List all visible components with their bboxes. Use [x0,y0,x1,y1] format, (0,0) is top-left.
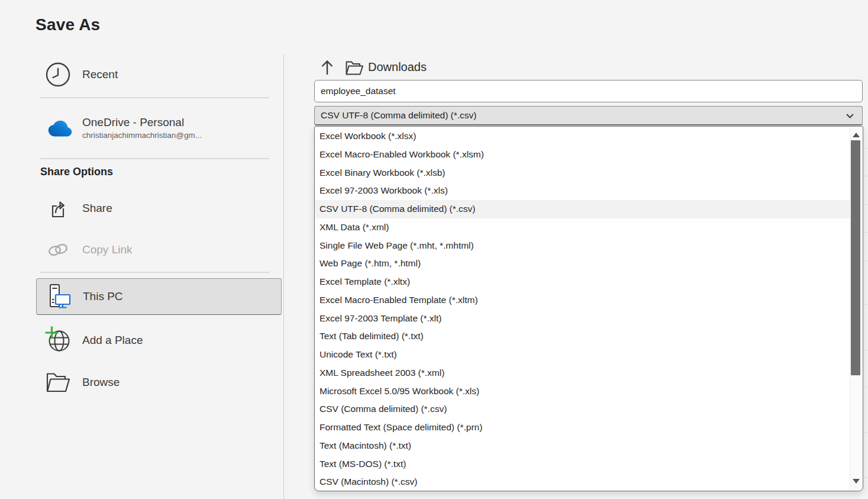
filetype-options: Excel Workbook (*.xlsx)Excel Macro-Enabl… [315,127,850,490]
filetype-option[interactable]: Excel 97-2003 Template (*.xlt) [315,310,850,328]
sidebar-item-add-a-place[interactable]: Add a Place [36,323,282,358]
background-row-line [864,148,868,149]
breadcrumb-folder[interactable]: Downloads [368,60,427,74]
background-row-line [864,432,868,433]
filename-input[interactable] [314,80,863,102]
onedrive-account-email: christianjachimmachristian@gm... [82,131,202,140]
folder-icon [345,60,364,76]
filetype-option[interactable]: Excel 97-2003 Workbook (*.xls) [315,182,850,200]
sidebar-item-label: Share [82,202,112,215]
sidebar-item-label: Recent [82,68,118,81]
add-place-icon [41,326,75,355]
filetype-option[interactable]: Web Page (*.htm, *.html) [315,255,850,273]
filetype-option[interactable]: Excel Macro-Enabled Template (*.xltm) [315,291,850,310]
separator [40,272,269,273]
background-row-line [864,477,868,478]
sidebar-item-label: Browse [82,376,120,389]
sidebar-item-this-pc[interactable]: This PC [36,278,282,315]
filetype-option[interactable]: CSV (Comma delimited) (*.csv) [315,400,850,418]
share-icon [41,197,75,220]
filetype-select[interactable]: CSV UTF-8 (Comma delimited) (*.csv) [314,106,863,125]
browse-icon [41,372,75,393]
filetype-option[interactable]: Unicode Text (*.txt) [315,346,850,364]
filetype-option[interactable]: Formatted Text (Space delimited) (*.prn) [315,418,850,437]
separator [40,158,269,159]
up-arrow-icon [320,59,334,76]
filetype-option[interactable]: Text (Tab delimited) (*.txt) [315,327,850,346]
background-row-line [864,260,868,261]
background-row-line [864,176,868,176]
sidebar-divider [283,54,284,499]
background-row-line [864,232,868,233]
sidebar-item-share[interactable]: Share [36,191,282,226]
share-options-heading: Share Options [40,166,113,178]
chevron-down-icon [846,113,854,119]
filetype-option[interactable]: XML Data (*.xml) [315,218,850,237]
clock-icon [41,62,75,88]
sidebar-item-label: Add a Place [82,334,143,347]
filetype-option[interactable]: Microsoft Excel 5.0/95 Workbook (*.xls) [315,382,850,401]
sidebar-item-copy-link: Copy Link [36,232,282,268]
filetype-option[interactable]: Excel Template (*.xltx) [315,273,850,291]
dropdown-scrollbar[interactable] [850,127,862,490]
background-row-line [864,350,868,350]
separator [40,97,269,98]
background-row-line [864,204,868,205]
filetype-option[interactable]: XML Spreadsheet 2003 (*.xml) [315,364,850,382]
filetype-option[interactable]: Text (Macintosh) (*.txt) [315,437,850,455]
scroll-up-arrow-icon[interactable] [853,133,860,137]
filetype-option[interactable]: CSV (Macintosh) (*.csv) [315,473,850,490]
filetype-option[interactable]: CSV UTF-8 (Comma delimited) (*.csv) [315,200,850,218]
this-pc-icon [42,283,75,310]
onedrive-icon [41,119,75,137]
navigate-up-button[interactable] [320,59,334,76]
scroll-down-arrow-icon[interactable] [853,479,860,484]
background-row-line [864,304,868,305]
sidebar-item-label: OneDrive - Personal [82,116,202,129]
copy-link-icon [41,240,75,259]
scrollbar-thumb[interactable] [851,140,860,375]
filetype-option[interactable]: Single File Web Page (*.mht, *.mhtml) [315,237,850,255]
filetype-option[interactable]: Excel Binary Workbook (*.xlsb) [315,164,850,182]
page-title: Save As [36,15,100,34]
filetype-selected-value: CSV UTF-8 (Comma delimited) (*.csv) [321,110,477,121]
filetype-option[interactable]: Excel Macro-Enabled Workbook (*.xlsm) [315,146,850,164]
sidebar-item-label: Copy Link [82,243,133,256]
sidebar-item-onedrive[interactable]: OneDrive - Personal christianjachimmachr… [36,107,282,149]
filetype-dropdown-list: Excel Workbook (*.xlsx)Excel Macro-Enabl… [314,126,863,491]
filetype-option[interactable]: Excel Workbook (*.xlsx) [315,127,850,146]
sidebar-item-recent[interactable]: Recent [36,57,282,92]
sidebar-item-label: This PC [83,290,123,303]
sidebar-item-browse[interactable]: Browse [36,365,282,400]
background-row-line [864,387,868,387]
filetype-option[interactable]: Text (MS-DOS) (*.txt) [315,455,850,474]
